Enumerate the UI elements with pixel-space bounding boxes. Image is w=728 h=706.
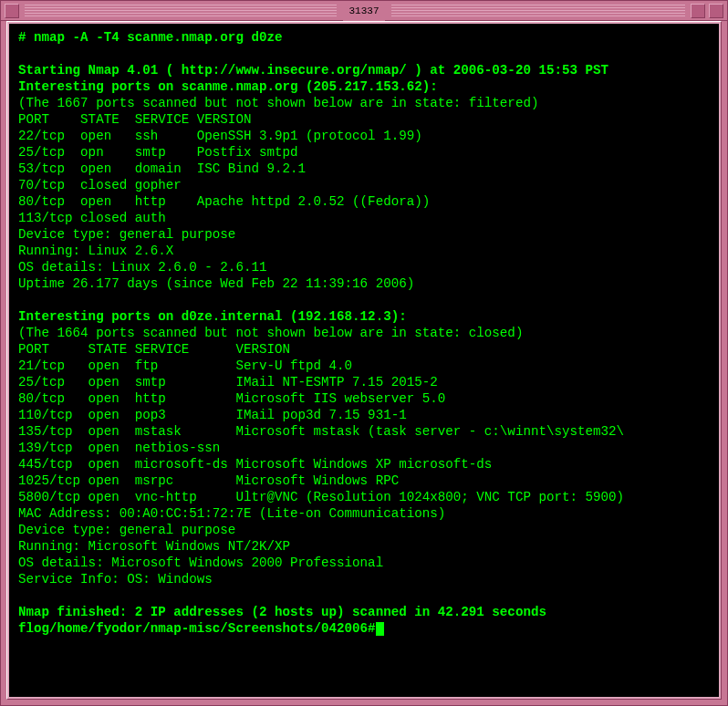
term-prompt[interactable]: flog/home/fyodor/nmap-misc/Screenshots/0… — [18, 620, 715, 637]
term-start: Starting Nmap 4.01 ( http://www.insecure… — [18, 62, 715, 78]
term-host2-port: 25/tcp open smtp IMail NT-ESMTP 7.15 201… — [18, 374, 715, 390]
titlebar-stripes-left — [25, 5, 337, 16]
term-host1-port: 113/tcp closed auth — [18, 210, 715, 226]
term-host1-meta: Device type: general purpose — [18, 226, 715, 243]
term-host1-port: 22/tcp open ssh OpenSSH 3.9p1 (protocol … — [18, 128, 715, 144]
titlebar[interactable]: 31337 — [1, 1, 727, 21]
term-host1-port: 70/tcp closed gopher — [18, 177, 715, 193]
term-host1-header: PORT STATE SERVICE VERSION — [18, 111, 715, 128]
term-host1-meta: OS details: Linux 2.6.0 - 2.6.11 — [18, 259, 715, 275]
window-frame: 31337 # nmap -A -T4 scanme.nmap.org d0ze… — [0, 0, 728, 706]
term-host1-port: 25/tcp opn smtp Postfix smtpd — [18, 144, 715, 161]
terminal[interactable]: # nmap -A -T4 scanme.nmap.org d0ze Start… — [9, 24, 719, 697]
term-blank — [18, 587, 715, 604]
cursor-icon — [376, 622, 384, 636]
term-host2-port: 5800/tcp open vnc-http Ultr@VNC (Resolut… — [18, 489, 715, 505]
window-title: 31337 — [343, 1, 384, 21]
term-host2-port: 1025/tcp open msrpc Microsoft Windows RP… — [18, 472, 715, 489]
term-host2-port: 80/tcp open http Microsoft IIS webserver… — [18, 390, 715, 407]
term-host2-filtered: (The 1664 ports scanned but not shown be… — [18, 325, 715, 341]
term-host2-meta: Service Info: OS: Windows — [18, 571, 715, 587]
term-host2-port: 135/tcp open mstask Microsoft mstask (ta… — [18, 423, 715, 440]
term-host2-meta: Running: Microsoft Windows NT/2K/XP — [18, 538, 715, 555]
term-host2-header: PORT STATE SERVICE VERSION — [18, 341, 715, 358]
window-menu-button[interactable] — [5, 4, 19, 18]
term-host2-meta: Device type: general purpose — [18, 522, 715, 538]
terminal-border: # nmap -A -T4 scanme.nmap.org d0ze Start… — [6, 21, 722, 700]
term-host1-port: 80/tcp open http Apache httpd 2.0.52 ((F… — [18, 193, 715, 210]
term-host2-intro: Interesting ports on d0ze.internal (192.… — [18, 308, 715, 325]
term-host2-port: 21/tcp open ftp Serv-U ftpd 4.0 — [18, 358, 715, 374]
term-host2-port: 110/tcp open pop3 IMail pop3d 7.15 931-1 — [18, 407, 715, 423]
term-host1-filtered: (The 1667 ports scanned but not shown be… — [18, 95, 715, 111]
term-prompt-text: flog/home/fyodor/nmap-misc/Screenshots/0… — [18, 621, 376, 636]
window-minimize-button[interactable] — [691, 4, 705, 18]
term-blank — [18, 46, 715, 62]
term-blank — [18, 292, 715, 308]
term-host1-meta: Uptime 26.177 days (since Wed Feb 22 11:… — [18, 275, 715, 292]
term-host2-meta: MAC Address: 00:A0:CC:51:72:7E (Lite-on … — [18, 505, 715, 522]
titlebar-stripes-right — [391, 5, 685, 16]
term-host1-intro: Interesting ports on scanme.nmap.org (20… — [18, 78, 715, 95]
term-finished: Nmap finished: 2 IP addresses (2 hosts u… — [18, 604, 715, 620]
term-host2-port: 445/tcp open microsoft-ds Microsoft Wind… — [18, 456, 715, 472]
window-maximize-button[interactable] — [709, 4, 723, 18]
term-host2-port: 139/tcp open netbios-ssn — [18, 440, 715, 456]
term-host1-port: 53/tcp open domain ISC Bind 9.2.1 — [18, 161, 715, 177]
term-command: # nmap -A -T4 scanme.nmap.org d0ze — [18, 29, 715, 46]
term-host1-meta: Running: Linux 2.6.X — [18, 243, 715, 259]
term-host2-meta: OS details: Microsoft Windows 2000 Profe… — [18, 555, 715, 571]
